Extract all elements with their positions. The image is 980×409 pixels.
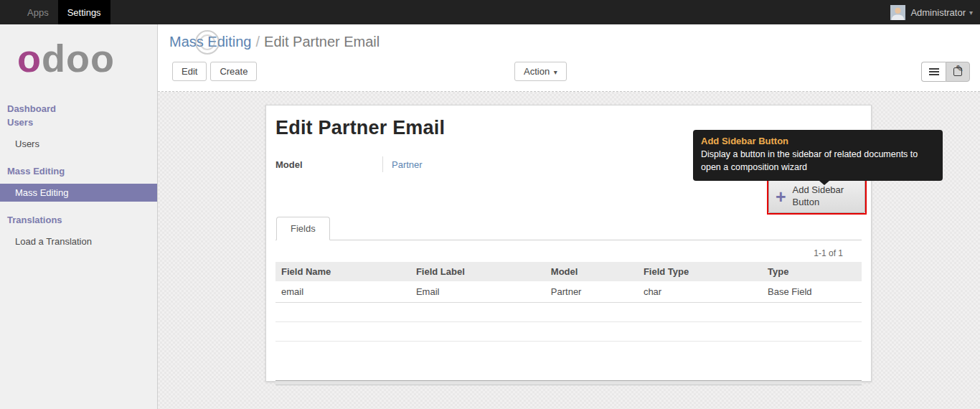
sidebar-heading-dashboard[interactable]: Dashboard <box>0 102 157 116</box>
page-body: Edit Partner Email Model Partner + Add S… <box>158 92 980 409</box>
edit-button[interactable]: Edit <box>172 62 207 81</box>
breadcrumb-link-mass-editing[interactable]: Mass Editing <box>169 34 252 50</box>
avatar <box>890 5 905 20</box>
tooltip-arrow-icon <box>819 181 829 185</box>
list-icon <box>929 68 939 75</box>
cell-field-label: Email <box>410 281 545 303</box>
tooltip-body: Display a button in the sidebar of relat… <box>701 149 935 174</box>
column-header-field-name[interactable]: Field Name <box>275 262 410 281</box>
column-header-type[interactable]: Type <box>762 262 862 281</box>
sidebar: odoo Dashboard Users Users Mass Editing … <box>0 24 158 409</box>
breadcrumb-separator: / <box>256 34 260 50</box>
tooltip-title: Add Sidebar Button <box>701 135 935 148</box>
sidebar-item-mass-editing[interactable]: Mass Editing <box>0 184 157 202</box>
cell-field-name: email <box>275 281 410 303</box>
action-dropdown-button[interactable]: Action ▾ <box>514 62 567 81</box>
chevron-down-icon: ▾ <box>554 68 557 76</box>
tab-fields[interactable]: Fields <box>276 217 330 240</box>
sidebar-item-load-translation[interactable]: Load a Translation <box>0 232 157 250</box>
breadcrumb: Mass Editing/Edit Partner Email <box>158 24 980 50</box>
odoo-logo[interactable]: odoo <box>17 39 157 77</box>
logo-rest: doo <box>42 37 115 80</box>
user-menu[interactable]: Administrator ▾ <box>890 0 980 24</box>
add-sidebar-button-label: Add Sidebar Button <box>793 184 858 209</box>
user-name: Administrator <box>910 7 966 18</box>
edit-form-icon <box>953 67 962 76</box>
column-header-field-type[interactable]: Field Type <box>638 262 762 281</box>
cell-model: Partner <box>545 281 638 303</box>
column-header-model[interactable]: Model <box>545 262 638 281</box>
top-navbar: Apps Settings Administrator ▾ <box>0 0 980 24</box>
content-area: Mass Editing/Edit Partner Email Edit Cre… <box>158 24 980 409</box>
table-header-row: Field Name Field Label Model Field Type … <box>275 262 862 281</box>
control-panel: Mass Editing/Edit Partner Email Edit Cre… <box>158 24 980 92</box>
action-label: Action <box>524 66 550 77</box>
table-row[interactable]: email Email Partner char Base Field <box>275 281 862 303</box>
create-button[interactable]: Create <box>210 62 257 81</box>
sidebar-heading-translations[interactable]: Translations <box>0 213 157 227</box>
form-view-button[interactable] <box>946 62 970 82</box>
empty-row <box>275 303 862 322</box>
top-menu: Apps Settings <box>0 0 110 24</box>
model-value-link[interactable]: Partner <box>392 159 423 170</box>
list-view-button[interactable] <box>921 62 946 82</box>
sidebar-menu: Dashboard Users Users Mass Editing Mass … <box>0 102 157 250</box>
sidebar-heading-users[interactable]: Users <box>0 116 157 129</box>
add-sidebar-button[interactable]: + Add Sidebar Button <box>768 180 865 213</box>
model-label: Model <box>275 156 383 172</box>
notebook-tabs: Fields <box>275 216 862 240</box>
cell-field-type: char <box>638 281 762 303</box>
breadcrumb-current: Edit Partner Email <box>264 34 380 50</box>
column-header-field-label[interactable]: Field Label <box>410 262 545 281</box>
empty-row <box>275 342 862 361</box>
logo-letter-o: o <box>17 37 42 80</box>
fields-table: Field Name Field Label Model Field Type … <box>275 262 862 361</box>
plus-icon: + <box>776 189 786 204</box>
highlight-box: + Add Sidebar Button <box>767 179 867 215</box>
control-panel-buttons: Edit Create Action ▾ <box>158 62 980 83</box>
sidebar-heading-mass-editing[interactable]: Mass Editing <box>0 164 157 178</box>
menu-apps[interactable]: Apps <box>18 0 58 24</box>
chevron-down-icon: ▾ <box>969 9 973 17</box>
menu-settings[interactable]: Settings <box>58 0 110 24</box>
view-switcher <box>921 62 970 82</box>
horizontal-scrollbar[interactable] <box>275 380 862 385</box>
sidebar-item-users[interactable]: Users <box>0 135 157 153</box>
empty-row <box>275 322 862 342</box>
cell-type: Base Field <box>762 281 862 303</box>
tooltip: Add Sidebar Button Display a button in t… <box>693 130 943 181</box>
pager: 1-1 of 1 <box>275 248 843 258</box>
